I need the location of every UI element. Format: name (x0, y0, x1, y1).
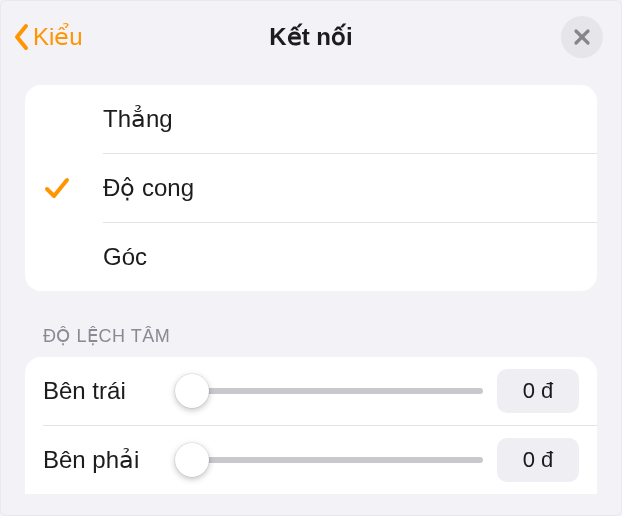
connection-option-straight[interactable]: Thẳng (25, 85, 597, 153)
settings-panel: Kiểu Kết nối Thẳng Độ cong (0, 0, 622, 516)
offset-left-row: Bên trái 0 đ (25, 357, 597, 425)
offset-left-slider[interactable] (175, 373, 483, 409)
offset-right-row: Bên phải 0 đ (25, 426, 597, 494)
option-label: Góc (103, 243, 147, 271)
offset-right-slider[interactable] (175, 442, 483, 478)
page-title: Kết nối (1, 23, 621, 51)
connection-option-curved[interactable]: Độ cong (25, 154, 597, 222)
close-icon (573, 28, 591, 46)
back-label: Kiểu (33, 23, 83, 51)
offset-left-value[interactable]: 0 đ (497, 369, 579, 413)
chevron-left-icon (13, 23, 31, 51)
offset-section-header: ĐỘ LỆCH TÂM (43, 325, 579, 347)
offset-left-label: Bên trái (43, 377, 161, 405)
option-label: Độ cong (103, 174, 194, 202)
offset-right-label: Bên phải (43, 446, 161, 474)
checkmark-icon (43, 174, 103, 202)
connection-option-angled[interactable]: Góc (25, 223, 597, 291)
back-button[interactable]: Kiểu (13, 23, 83, 51)
navbar: Kiểu Kết nối (1, 5, 621, 69)
option-label: Thẳng (103, 105, 173, 133)
slider-thumb[interactable] (175, 374, 209, 408)
slider-thumb[interactable] (175, 443, 209, 477)
connection-type-list: Thẳng Độ cong Góc (25, 85, 597, 291)
offset-list: Bên trái 0 đ Bên phải 0 đ (25, 357, 597, 494)
close-button[interactable] (561, 16, 603, 58)
offset-right-value[interactable]: 0 đ (497, 438, 579, 482)
